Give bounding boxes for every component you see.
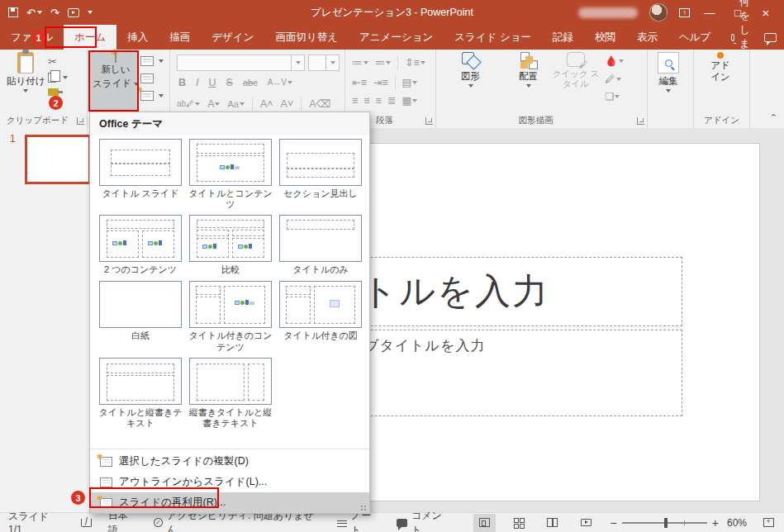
zoom-slider[interactable] xyxy=(622,522,707,524)
search-icon xyxy=(658,52,679,74)
ph-box xyxy=(197,230,229,236)
paste-caret-icon[interactable] xyxy=(23,89,28,93)
minimize-button[interactable]: — xyxy=(701,7,718,19)
ph-box xyxy=(287,220,354,230)
close-button[interactable]: × xyxy=(758,6,774,20)
ribbon-display-options-icon[interactable]: ↑ xyxy=(679,8,690,17)
tab-draw[interactable]: 描画 xyxy=(159,25,201,50)
zoom-level[interactable]: 60% xyxy=(719,513,755,532)
dropdown-resize-grip[interactable] xyxy=(360,505,367,511)
layout-comparison[interactable]: 比較 xyxy=(188,215,273,276)
layout-blank[interactable]: 白紙 xyxy=(98,281,183,352)
view-slide-sorter-button[interactable] xyxy=(507,514,530,532)
collapse-ribbon-icon[interactable]: ⌃ xyxy=(770,112,777,123)
layout-vertical-title-text[interactable]: 縦書きタイトルと縦書きテキスト xyxy=(188,358,273,429)
notes-icon xyxy=(337,519,347,527)
tab-slideshow[interactable]: スライド ショー xyxy=(444,25,542,50)
paragraph-dialog-launcher-icon[interactable] xyxy=(425,117,433,125)
tell-me-box[interactable]: 何をしますか xyxy=(721,25,764,50)
outline-slides-icon xyxy=(100,477,112,487)
view-reading-button[interactable] xyxy=(541,514,563,532)
ph-box xyxy=(286,297,311,324)
tab-design[interactable]: デザイン xyxy=(201,25,264,50)
view-normal-button[interactable] xyxy=(473,514,496,532)
zoom-in-button[interactable]: + xyxy=(712,516,719,530)
menu-duplicate-slides[interactable]: ✱ 選択したスライドの複製(D) xyxy=(90,451,369,472)
zoom-slider-thumb[interactable] xyxy=(664,518,668,528)
notes-toggle[interactable]: ノート xyxy=(329,513,388,532)
new-slide-button[interactable]: ✱ 新しい スライド xyxy=(93,52,139,90)
shapes-icon xyxy=(462,52,480,69)
ph-box xyxy=(196,286,221,295)
addins-group-label: アドイン xyxy=(694,115,749,126)
editing-button[interactable]: 編集 xyxy=(658,52,679,93)
tab-home[interactable]: ホーム xyxy=(64,25,116,50)
columns-icon: ▤ xyxy=(402,78,418,88)
tab-view[interactable]: 表示 xyxy=(626,25,668,50)
layout-thumbnail xyxy=(189,281,272,328)
drawing-dialog-launcher-icon[interactable] xyxy=(637,117,644,125)
copy-icon[interactable] xyxy=(48,73,68,83)
tab-review[interactable]: 校閲 xyxy=(584,25,626,50)
customize-qat-icon[interactable] xyxy=(88,11,93,14)
layout-two-content[interactable]: 2 つのコンテンツ xyxy=(98,215,183,276)
convert-smartart-icon: ▦ xyxy=(402,96,417,107)
comments-toggle[interactable]: コメント xyxy=(388,513,459,532)
shrink-font-icon: A˅ xyxy=(281,99,294,110)
tab-help[interactable]: ヘルプ xyxy=(668,25,721,50)
strikethrough-icon: abc xyxy=(243,78,258,88)
clipboard-dialog-launcher-icon[interactable] xyxy=(77,117,84,125)
new-slide-caret-icon xyxy=(134,83,139,86)
tab-record[interactable]: 記録 xyxy=(542,25,584,50)
layout-title-only[interactable]: タイトルのみ xyxy=(278,215,363,276)
tab-transitions[interactable]: 画面切り替え xyxy=(264,25,349,50)
reset-slide-icon[interactable] xyxy=(140,74,164,83)
paste-button[interactable]: 貼り付け xyxy=(7,52,45,93)
tab-insert[interactable]: 挿入 xyxy=(116,25,159,50)
arrange-button[interactable]: 配置 xyxy=(519,52,538,88)
user-avatar[interactable] xyxy=(649,3,668,21)
fit-to-window-button[interactable] xyxy=(755,513,784,532)
comments-icon[interactable] xyxy=(764,33,777,42)
redo-icon: ↷ xyxy=(50,7,59,18)
shapes-button[interactable]: 図形 xyxy=(461,52,480,88)
save-icon[interactable] xyxy=(8,7,18,17)
layout-title-slide[interactable]: タイトル スライド xyxy=(98,139,183,210)
slide-layout-icon[interactable] xyxy=(140,56,164,66)
slide-thumbnail[interactable] xyxy=(25,135,91,184)
layout-title-content[interactable]: タイトルとコンテンツ xyxy=(188,139,273,210)
undo-icon[interactable]: ↶ xyxy=(26,7,42,18)
cut-icon[interactable]: ✂ xyxy=(48,56,68,67)
ph-box xyxy=(107,363,174,373)
underline-icon: U xyxy=(209,78,216,88)
menu-reuse-slides[interactable]: ✱ スライドの再利用(R)... xyxy=(90,492,369,513)
drawing-group: 図形 配置 クイック スタイル 🩸 🖉 ❏ 図形描画 xyxy=(436,50,648,128)
layout-thumbnail xyxy=(99,358,182,405)
layout-content-caption[interactable]: タイトル付きのコンテンツ xyxy=(188,281,273,352)
comment-icon xyxy=(397,519,407,527)
shadow-icon: S xyxy=(226,78,233,88)
menu-slides-from-outline[interactable]: アウトラインからスライド(L)... xyxy=(90,472,369,492)
user-name-redacted xyxy=(578,7,638,18)
new-slide-dropdown: Office テーマ タイトル スライド タイトルとコンテンツ セ xyxy=(89,112,370,514)
lightbulb-icon xyxy=(731,34,734,41)
reuse-slides-icon: ✱ xyxy=(100,498,112,508)
addins-button[interactable]: アドイン xyxy=(709,52,732,83)
ph-box xyxy=(197,144,264,154)
new-slide-label-2: スライド xyxy=(93,78,131,90)
format-painter-icon[interactable] xyxy=(48,88,68,96)
language-indicator[interactable]: 日本語 xyxy=(100,513,145,532)
accessibility-status[interactable]: ✓ アクセシビリティ: 問題ありません xyxy=(145,513,329,532)
section-icon[interactable]: ✱ xyxy=(140,91,164,101)
ph-box xyxy=(232,230,264,236)
layout-section-header[interactable]: セクション見出し xyxy=(278,139,363,210)
tab-animations[interactable]: アニメーション xyxy=(349,25,444,50)
layout-title-vertical-text[interactable]: タイトルと縦書きテキスト xyxy=(98,358,183,429)
ph-box xyxy=(107,220,174,229)
view-slideshow-button[interactable] xyxy=(575,514,597,532)
record-icon[interactable] xyxy=(68,8,79,17)
line-spacing-icon: ⇕≡ xyxy=(405,58,425,69)
spell-check-icon[interactable] xyxy=(73,513,100,532)
zoom-out-button[interactable]: − xyxy=(611,516,617,530)
layout-picture-caption[interactable]: タイトル付きの図 xyxy=(278,281,363,352)
